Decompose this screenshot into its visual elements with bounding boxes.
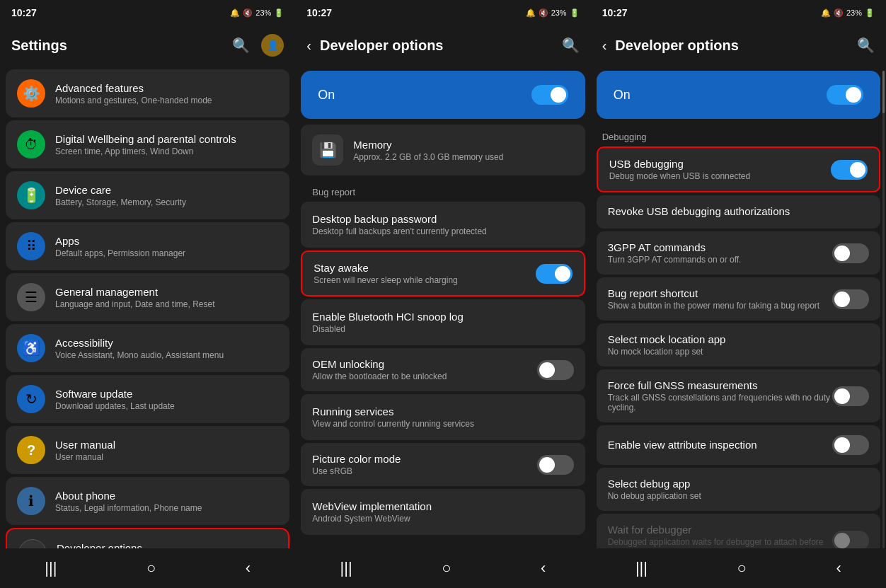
on-bar-right[interactable]: On: [597, 71, 880, 119]
stay-awake-toggle[interactable]: [536, 264, 573, 284]
usb-debugging-subtitle: Debug mode when USB is connected: [609, 171, 831, 181]
home-button-2[interactable]: ○: [427, 553, 465, 583]
home-button[interactable]: ○: [132, 553, 170, 583]
bug-report-shortcut-toggle[interactable]: [832, 289, 869, 309]
settings-item-software-update[interactable]: ↻ Software update Download updates, Last…: [6, 375, 289, 423]
avatar[interactable]: 👤: [261, 34, 284, 57]
on-bar-mid[interactable]: On: [301, 71, 585, 119]
memory-item[interactable]: 💾 Memory Approx. 2.2 GB of 3.0 GB memory…: [301, 125, 585, 175]
revoke-usb-item[interactable]: Revoke USB debugging authorizations: [597, 195, 880, 229]
bug-report-shortcut-item[interactable]: Bug report shortcut Show a button in the…: [597, 277, 880, 321]
general-management-icon: ☰: [17, 283, 45, 311]
wait-debugger-toggle[interactable]: [832, 531, 869, 549]
stay-awake-item[interactable]: Stay awake Screen will never sleep while…: [301, 250, 585, 296]
dev-mid-list: 💾 Memory Approx. 2.2 GB of 3.0 GB memory…: [295, 125, 590, 548]
digital-wellbeing-subtitle: Screen time, App timers, Wind Down: [55, 146, 278, 156]
usb-debugging-toggle[interactable]: [831, 160, 868, 180]
wait-debugger-item[interactable]: Wait for debugger Debugged application w…: [597, 514, 880, 548]
oem-unlocking-item[interactable]: OEM unlocking Allow the bootloader to be…: [301, 348, 585, 391]
status-bar-2: 10:27 🔔 🔇 23% 🔋: [295, 0, 590, 25]
advanced-features-icon: ⚙️: [17, 79, 45, 108]
apps-title: Apps: [55, 235, 278, 247]
scrollbar-track: [882, 71, 885, 548]
select-debug-title: Select debug app: [608, 478, 869, 490]
settings-item-device-care[interactable]: 🔋 Device care Battery, Storage, Memory, …: [6, 171, 289, 219]
accessibility-icon: ♿: [17, 334, 45, 362]
memory-icon: 💾: [312, 134, 343, 166]
status-time-1: 10:27: [11, 7, 37, 18]
mock-location-title: Select mock location app: [608, 333, 869, 345]
on-toggle-mid[interactable]: [531, 85, 568, 105]
running-services-subtitle: View and control currently running servi…: [312, 419, 573, 429]
view-attribute-toggle[interactable]: [832, 435, 869, 455]
settings-item-about-phone[interactable]: ℹ About phone Status, Legal information,…: [6, 477, 289, 525]
desktop-backup-item[interactable]: Desktop backup password Desktop full bac…: [301, 202, 585, 248]
apps-icon: ⠿: [17, 232, 45, 260]
user-manual-title: User manual: [55, 439, 278, 451]
recent-apps-button-2[interactable]: |||: [326, 553, 367, 583]
wait-debug-knob: [834, 533, 850, 548]
bluetooth-hci-item[interactable]: Enable Bluetooth HCI snoop log Disabled: [301, 299, 585, 345]
view-attribute-item[interactable]: Enable view attribute inspection: [597, 425, 880, 465]
settings-item-apps[interactable]: ⠿ Apps Default apps, Permission manager: [6, 222, 289, 270]
force-gnss-item[interactable]: Force full GNSS measurements Track all G…: [597, 369, 880, 422]
settings-item-general-management[interactable]: ☰ General management Language and input,…: [6, 273, 289, 321]
running-services-title: Running services: [312, 405, 573, 417]
usb-debugging-item[interactable]: USB debugging Debug mode when USB is con…: [597, 146, 880, 192]
3gpp-knob: [834, 246, 850, 261]
status-bar-3: 10:27 🔔 🔇 23% 🔋: [591, 0, 886, 25]
back-arrow-right[interactable]: ‹: [602, 38, 607, 54]
recent-apps-button-3[interactable]: |||: [621, 553, 662, 583]
about-phone-icon: ℹ: [17, 487, 45, 515]
developer-options-icon: {}: [18, 539, 47, 548]
select-debug-app-item[interactable]: Select debug app No debug application se…: [597, 468, 880, 511]
dev-right-list: Debugging USB debugging Debug mode when …: [591, 125, 886, 548]
mock-location-item[interactable]: Select mock location app No mock locatio…: [597, 323, 880, 367]
settings-item-user-manual[interactable]: ? User manual User manual: [6, 426, 289, 474]
settings-item-digital-wellbeing[interactable]: ⏱ Digital Wellbeing and parental control…: [6, 120, 289, 168]
mock-location-subtitle: No mock location app set: [608, 347, 869, 357]
settings-title: Settings: [11, 38, 232, 54]
oem-knob: [539, 362, 555, 378]
stay-awake-knob: [555, 266, 570, 282]
3gpp-at-item[interactable]: 3GPP AT commands Turn 3GPP AT commands o…: [597, 231, 880, 275]
settings-item-accessibility[interactable]: ♿ Accessibility Voice Assistant, Mono au…: [6, 324, 289, 372]
gnss-knob: [834, 388, 850, 404]
picture-color-item[interactable]: Picture color mode Use sRGB: [301, 443, 585, 486]
about-phone-title: About phone: [55, 490, 278, 502]
software-update-subtitle: Download updates, Last update: [55, 401, 278, 411]
back-button-3[interactable]: ‹: [822, 553, 855, 583]
bug-report-shortcut-subtitle: Show a button in the power menu for taki…: [608, 301, 832, 311]
dev-right-header: ‹ Developer options 🔍: [591, 25, 886, 65]
running-services-item[interactable]: Running services View and control curren…: [301, 394, 585, 440]
3gpp-title: 3GPP AT commands: [608, 241, 832, 253]
settings-item-advanced-features[interactable]: ⚙️ Advanced features Motions and gesture…: [6, 69, 289, 117]
webview-title: WebView implementation: [312, 500, 573, 512]
search-icon-right[interactable]: 🔍: [857, 37, 875, 54]
settings-item-developer-options[interactable]: {} Developer options Developer options: [6, 528, 289, 548]
back-arrow-mid[interactable]: ‹: [306, 38, 311, 54]
apps-subtitle: Default apps, Permission manager: [55, 248, 278, 258]
memory-title: Memory: [353, 139, 573, 151]
bug-report-knob: [834, 292, 850, 307]
recent-apps-button[interactable]: |||: [30, 553, 71, 583]
dev-options-right-panel: 10:27 🔔 🔇 23% 🔋 ‹ Developer options 🔍 On…: [591, 0, 886, 588]
3gpp-toggle[interactable]: [832, 243, 869, 263]
search-icon-mid[interactable]: 🔍: [562, 37, 580, 54]
usb-knob: [850, 162, 865, 178]
home-button-3[interactable]: ○: [723, 553, 761, 583]
search-icon[interactable]: 🔍: [232, 37, 250, 54]
nav-bar-2: ||| ○ ‹: [295, 548, 590, 588]
on-toggle-right[interactable]: [827, 85, 863, 105]
force-gnss-toggle[interactable]: [832, 386, 869, 406]
webview-item[interactable]: WebView implementation Android System We…: [301, 489, 585, 535]
view-attr-knob: [834, 437, 850, 453]
back-button-2[interactable]: ‹: [527, 553, 560, 583]
oem-unlocking-toggle[interactable]: [537, 360, 574, 380]
accessibility-title: Accessibility: [55, 337, 278, 349]
toggle-knob-right: [846, 87, 861, 103]
picture-color-toggle[interactable]: [537, 455, 574, 475]
device-care-icon: 🔋: [17, 181, 45, 209]
back-button[interactable]: ‹: [231, 553, 265, 583]
developer-options-title: Developer options: [57, 542, 277, 549]
